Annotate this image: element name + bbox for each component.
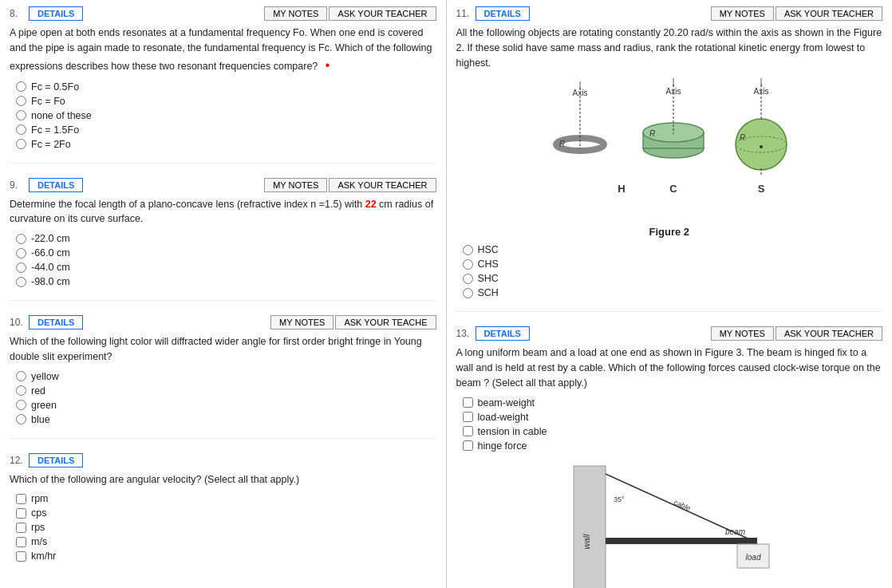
option-13-2[interactable]: tension in cable [463, 426, 883, 437]
svg-text:R: R [649, 129, 655, 138]
question-8-text: A pipe open at both ends resonates at a … [10, 26, 436, 75]
figure-3-svg: wall beam cable 35° load [550, 458, 789, 589]
my-notes-button-8[interactable]: MY NOTES [264, 6, 327, 21]
question-9-text: Determine the focal length of a plano-co… [10, 197, 436, 227]
question-11-text: All the following objects are rotating c… [456, 26, 883, 70]
figure-2-label: Figure 2 [456, 226, 883, 238]
question-12-options: rpm cps rps m/s km/hr [16, 493, 436, 562]
question-11: 11. DETAILS MY NOTES ASK YOUR TEACHER Al… [456, 6, 883, 312]
figure-3-container: wall beam cable 35° load Figure 3 [456, 458, 883, 589]
svg-point-21 [760, 145, 763, 148]
svg-text:beam: beam [725, 527, 745, 536]
option-12-1[interactable]: cps [16, 507, 436, 519]
option-9-1[interactable]: -66.0 cm [16, 247, 436, 258]
right-column: 11. DETAILS MY NOTES ASK YOUR TEACHER Al… [447, 0, 893, 588]
question-10-header: 10. DETAILS MY NOTES ASK YOUR TEACHE [10, 315, 436, 330]
svg-point-16 [736, 119, 787, 170]
my-notes-button-11[interactable]: MY NOTES [711, 6, 774, 21]
question-13-text: A long uniform beam and a load at one en… [456, 345, 883, 390]
option-11-2[interactable]: SHC [463, 273, 883, 284]
details-button-9[interactable]: DETAILS [29, 178, 83, 192]
question-9-options: -22.0 cm -66.0 cm -44.0 cm -98.0 cm [16, 233, 436, 287]
question-12-header: 12. DETAILS [10, 453, 436, 468]
left-column: 8. DETAILS MY NOTES ASK YOUR TEACHER A p… [0, 0, 447, 588]
svg-text:load: load [745, 553, 760, 562]
question-11-options: HSC CHS SHC SCH [463, 244, 883, 298]
question-8-options: Fc = 0.5Fo Fc = Fo none of these Fc = 1.… [16, 81, 436, 150]
svg-text:R: R [559, 140, 565, 148]
svg-text:R: R [740, 133, 745, 142]
question-13-options: beam-weight load-weight tension in cable… [463, 397, 883, 452]
red-dot-8: • [326, 58, 330, 72]
svg-rect-25 [606, 538, 757, 544]
details-button-10[interactable]: DETAILS [29, 315, 83, 330]
option-10-0[interactable]: yellow [16, 371, 436, 382]
option-9-3[interactable]: -98.0 cm [16, 276, 436, 287]
my-notes-button-13[interactable]: MY NOTES [711, 326, 774, 341]
question-8: 8. DETAILS MY NOTES ASK YOUR TEACHER A p… [10, 6, 436, 164]
question-9-number: 9. [10, 180, 26, 191]
option-12-0[interactable]: rpm [16, 493, 436, 504]
question-13: 13. DETAILS MY NOTES ASK YOUR TEACHER A … [456, 326, 883, 588]
option-13-1[interactable]: load-weight [463, 412, 883, 423]
question-11-header: 11. DETAILS MY NOTES ASK YOUR TEACHER [456, 6, 883, 21]
details-button-11[interactable]: DETAILS [476, 6, 530, 21]
figure-2-svg: | Axis R H | Axis R [550, 77, 789, 220]
ask-teacher-button-11[interactable]: ASK YOUR TEACHER [776, 6, 882, 21]
option-11-0[interactable]: HSC [463, 244, 883, 255]
figure-2-container: | Axis R H | Axis R [456, 77, 883, 238]
question-12-text: Which of the following are angular veloc… [10, 472, 436, 487]
ask-teacher-button-9[interactable]: ASK YOUR TEACHER [329, 178, 436, 192]
option-8-2[interactable]: none of these [16, 110, 436, 121]
option-13-3[interactable]: hinge force [463, 440, 883, 452]
svg-text:35°: 35° [614, 495, 625, 503]
svg-rect-23 [574, 466, 606, 589]
question-13-number: 13. [456, 328, 472, 339]
question-8-header: 8. DETAILS MY NOTES ASK YOUR TEACHER [10, 6, 436, 21]
question-12-number: 12. [10, 455, 26, 466]
details-button-8[interactable]: DETAILS [29, 6, 83, 21]
my-notes-button-10[interactable]: MY NOTES [270, 315, 334, 330]
my-notes-button-9[interactable]: MY NOTES [264, 178, 327, 192]
option-8-4[interactable]: Fc = 2Fo [16, 139, 436, 150]
details-button-12[interactable]: DETAILS [29, 453, 83, 468]
option-12-3[interactable]: m/s [16, 536, 436, 547]
details-button-13[interactable]: DETAILS [476, 326, 530, 341]
option-10-1[interactable]: red [16, 385, 436, 397]
question-11-number: 11. [456, 8, 472, 19]
svg-text:C: C [669, 183, 677, 195]
option-10-3[interactable]: blue [16, 414, 436, 425]
question-10-text: Which of the following light color will … [10, 334, 436, 365]
svg-text:wall: wall [582, 533, 591, 549]
svg-text:cable: cable [673, 498, 692, 511]
option-8-0[interactable]: Fc = 0.5Fo [16, 81, 436, 93]
option-9-2[interactable]: -44.0 cm [16, 262, 436, 273]
question-10: 10. DETAILS MY NOTES ASK YOUR TEACHE Whi… [10, 315, 436, 439]
ask-teacher-button-8[interactable]: ASK YOUR TEACHER [329, 6, 436, 21]
option-12-2[interactable]: rps [16, 522, 436, 533]
question-10-options: yellow red green blue [16, 371, 436, 425]
option-11-1[interactable]: CHS [463, 258, 883, 270]
option-10-2[interactable]: green [16, 400, 436, 411]
option-8-1[interactable]: Fc = Fo [16, 96, 436, 107]
ask-teacher-button-13[interactable]: ASK YOUR TEACHER [776, 326, 882, 341]
question-12: 12. DETAILS Which of the following are a… [10, 453, 436, 575]
option-12-4[interactable]: km/hr [16, 551, 436, 562]
question-13-header: 13. DETAILS MY NOTES ASK YOUR TEACHER [456, 326, 883, 341]
question-8-number: 8. [10, 8, 26, 19]
option-8-3[interactable]: Fc = 1.5Fo [16, 124, 436, 136]
ask-teacher-button-10[interactable]: ASK YOUR TEACHE [335, 315, 436, 330]
question-10-number: 10. [10, 317, 26, 328]
question-9-header: 9. DETAILS MY NOTES ASK YOUR TEACHER [10, 178, 436, 192]
option-11-3[interactable]: SCH [463, 287, 883, 298]
svg-text:H: H [618, 183, 625, 195]
svg-text:S: S [757, 183, 764, 195]
question-9: 9. DETAILS MY NOTES ASK YOUR TEACHER Det… [10, 178, 436, 302]
option-9-0[interactable]: -22.0 cm [16, 233, 436, 244]
option-13-0[interactable]: beam-weight [463, 397, 883, 408]
